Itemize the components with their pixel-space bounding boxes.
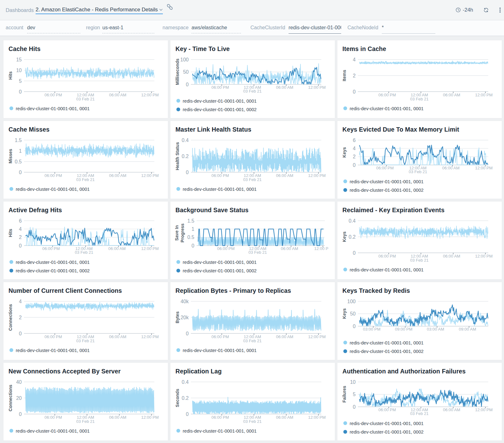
svg-text:0: 0	[353, 404, 356, 410]
svg-text:Keys: Keys	[342, 308, 347, 319]
svg-text:redis-dev-cluster-01-0001-001,: redis-dev-cluster-01-0001-001, 0001	[16, 429, 90, 434]
svg-text:Milliseconds: Milliseconds	[175, 59, 180, 85]
svg-text:12:00 PM: 12:00 PM	[141, 173, 159, 178]
svg-text:redis-dev-cluster-01-0001-001,: redis-dev-cluster-01-0001-001, 0001	[16, 348, 90, 353]
svg-text:12:00 PM: 12:00 PM	[141, 246, 159, 251]
svg-text:06:00 PM: 06:00 PM	[44, 415, 62, 420]
svg-text:0: 0	[19, 170, 22, 175]
svg-text:12:00 P: 12:00 P	[314, 246, 329, 251]
svg-text:06:00 PM: 06:00 PM	[44, 334, 62, 339]
svg-text:redis-dev-cluster-01-0001-001,: redis-dev-cluster-01-0001-001, 0001	[183, 260, 257, 265]
svg-text:12:00 PM: 12:00 PM	[141, 415, 159, 420]
svg-text:Health Status: Health Status	[175, 142, 180, 170]
svg-text:0.5: 0.5	[15, 159, 22, 164]
svg-text:12:00 PM: 12:00 PM	[141, 93, 159, 97]
svg-text:1: 1	[192, 226, 194, 232]
svg-text:0.2: 0.2	[182, 154, 189, 159]
svg-text:06:00 AM: 06:00 AM	[443, 254, 460, 258]
svg-text:Active Defrag Hits: Active Defrag Hits	[9, 207, 62, 213]
svg-text:06:00 AM: 06:00 AM	[443, 93, 460, 97]
svg-text:06:00 AM: 06:00 AM	[109, 415, 126, 420]
svg-text:50: 50	[350, 311, 356, 316]
svg-text:06:00 AM: 06:00 AM	[109, 93, 126, 97]
svg-text:2: 2	[353, 154, 356, 159]
svg-text:10: 10	[350, 379, 356, 385]
svg-text:03 Feb 21: 03 Feb 21	[243, 177, 262, 182]
svg-text:06:00 PM: 06:00 PM	[211, 415, 229, 420]
svg-text:06:00 PM: 06:00 PM	[211, 85, 229, 90]
svg-text:12:00 PM: 12:00 PM	[308, 173, 326, 178]
svg-text:03:00 AM: 03:00 AM	[427, 327, 444, 332]
svg-text:0: 0	[19, 243, 22, 248]
svg-text:100: 100	[347, 299, 356, 304]
svg-text:2: 2	[19, 315, 22, 320]
svg-text:12:00 PM: 12:00 PM	[308, 334, 326, 339]
svg-text:03 Feb 21: 03 Feb 21	[409, 169, 427, 174]
svg-text:Hits: Hits	[8, 71, 13, 80]
svg-text:06:00 AM: 06:00 AM	[281, 246, 298, 251]
svg-text:06:00 AM: 06:00 AM	[276, 334, 293, 339]
svg-text:03 Feb 21: 03 Feb 21	[75, 250, 93, 255]
svg-text:06:00 PM: 06:00 PM	[378, 407, 396, 412]
svg-text:0: 0	[19, 89, 22, 94]
svg-text:Cache Hits: Cache Hits	[9, 45, 41, 52]
svg-text:06:00 AM: 06:00 AM	[109, 173, 126, 178]
svg-text:06:00 AM: 06:00 AM	[108, 246, 126, 251]
svg-text:15: 15	[16, 57, 22, 62]
svg-text:03 Feb 21: 03 Feb 21	[76, 97, 95, 101]
svg-text:Cache Misses: Cache Misses	[9, 126, 49, 133]
svg-text:redis-dev-cluster-01-0001-001,: redis-dev-cluster-01-0001-001, 0001	[350, 179, 424, 184]
svg-text:redis-dev-cluster-01-0001-001,: redis-dev-cluster-01-0001-001, 0002	[183, 107, 257, 112]
svg-text:Hits: Hits	[8, 229, 13, 237]
svg-text:0.2: 0.2	[349, 234, 356, 240]
svg-text:Bytes: Bytes	[175, 311, 180, 323]
svg-text:06:00 PM: 06:00 PM	[378, 254, 396, 258]
svg-text:Authentication and Authorizati: Authentication and Authorization Failure…	[342, 368, 466, 375]
svg-text:1.5: 1.5	[15, 138, 22, 143]
svg-text:Misses: Misses	[8, 149, 13, 163]
svg-text:2: 2	[353, 73, 356, 78]
svg-text:03 Feb 21: 03 Feb 21	[76, 419, 95, 424]
svg-text:12:00 PM: 12:00 PM	[475, 407, 493, 412]
svg-text:redis-dev-cluster-01-0001-001,: redis-dev-cluster-01-0001-001, 0002	[350, 188, 424, 193]
svg-text:20k: 20k	[180, 315, 189, 320]
svg-text:redis-dev-cluster-01-0001-001,: redis-dev-cluster-01-0001-001, 0001	[16, 187, 90, 192]
svg-text:4: 4	[353, 57, 356, 62]
svg-text:0.4: 0.4	[182, 138, 189, 143]
svg-text:03 Feb 21: 03 Feb 21	[243, 338, 262, 343]
svg-text:03 Feb 21: 03 Feb 21	[249, 250, 267, 255]
svg-text:12:00 PM: 12:00 PM	[141, 334, 159, 339]
svg-text:0.2: 0.2	[182, 395, 189, 401]
svg-text:redis-dev-cluster-01-0001-001,: redis-dev-cluster-01-0001-001, 0001	[16, 260, 90, 265]
svg-text:Connections: Connections	[8, 304, 13, 331]
svg-text:6: 6	[19, 218, 22, 224]
svg-text:6: 6	[353, 138, 356, 143]
svg-text:03 Feb 21: 03 Feb 21	[410, 411, 429, 416]
svg-text:New Connections Accepted By Se: New Connections Accepted By Server	[9, 368, 121, 375]
svg-text:4: 4	[19, 226, 22, 232]
svg-text:03 Feb 21: 03 Feb 21	[410, 258, 429, 263]
svg-text:redis-dev-cluster-01-0001-001,: redis-dev-cluster-01-0001-001, 0001	[16, 106, 90, 111]
svg-text:40k: 40k	[180, 299, 189, 304]
svg-text:12:00 PM: 12:00 PM	[308, 85, 326, 90]
svg-text:redis-dev-cluster-01-0001-001,: redis-dev-cluster-01-0001-001, 0001	[183, 187, 257, 192]
svg-text:Save InProgress: Save InProgress	[174, 223, 185, 242]
svg-text:06:00 PM: 06:00 PM	[44, 93, 62, 97]
svg-text:Key - Time To Live: Key - Time To Live	[175, 45, 230, 52]
svg-text:0: 0	[353, 89, 356, 94]
svg-text:06:00 AM: 06:00 AM	[442, 166, 460, 170]
svg-text:Connections: Connections	[8, 384, 13, 411]
svg-text:06:00 PM: 06:00 PM	[42, 246, 60, 251]
svg-text:03:00 PM: 03:00 PM	[363, 327, 381, 332]
svg-text:Reclaimed - Key Expiration Eve: Reclaimed - Key Expiration Events	[342, 207, 444, 213]
svg-text:10: 10	[16, 68, 22, 73]
svg-text:0: 0	[353, 162, 356, 168]
svg-text:0: 0	[186, 82, 189, 87]
svg-text:0: 0	[19, 331, 22, 336]
svg-text:40: 40	[16, 379, 22, 385]
svg-text:0: 0	[192, 243, 194, 248]
svg-text:redis-dev-cluster-01-0001-001,: redis-dev-cluster-01-0001-001, 0001	[350, 267, 424, 272]
svg-text:0: 0	[186, 412, 189, 417]
svg-text:12:00 PM: 12:00 PM	[308, 415, 326, 420]
svg-text:06:00 AM: 06:00 AM	[443, 407, 460, 412]
